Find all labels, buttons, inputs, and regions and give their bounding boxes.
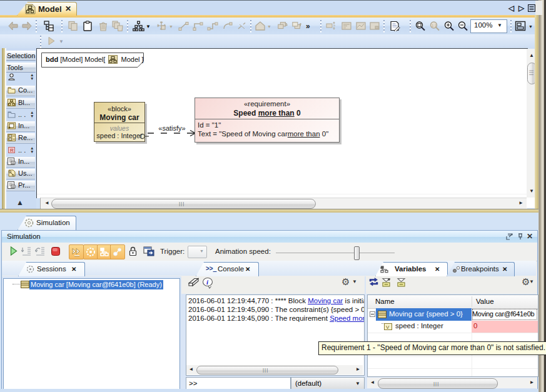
svg-text:R: R xyxy=(10,148,14,153)
svg-text:1:1: 1:1 xyxy=(432,24,437,28)
svg-text:V: V xyxy=(386,324,390,330)
